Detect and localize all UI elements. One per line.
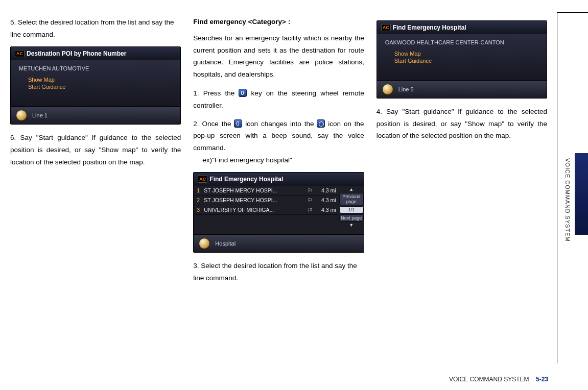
step-2: 2. Once the icon changes into the icon o… — [193, 118, 364, 166]
list-item: 3 UNIVERSITY OF MICHIGA... ⚐ 4.3 mi — [194, 205, 339, 215]
step-3: 3. Select the desired location from the … — [193, 260, 364, 284]
step-number: 2. — [193, 120, 199, 128]
screenshot-title: Find Emergency Hospital — [209, 176, 283, 183]
screenshot-title: Destination POI by Phone Number — [27, 50, 126, 57]
talk-icon — [199, 238, 210, 249]
column-1: 5. Select the desired location from the … — [10, 16, 181, 290]
footer-text: Hospital — [215, 240, 236, 247]
row-index: 2 — [197, 197, 202, 203]
section-intro: Searches for an emergency facility which… — [193, 32, 364, 81]
screenshot-destination-poi: AC Destination POI by Phone Number METUC… — [10, 46, 181, 125]
row-distance: 4.3 mi — [315, 187, 336, 193]
footer-section: VOICE COMMAND SYSTEM — [449, 376, 529, 383]
screenshot-title-bar: AC Find Emergency Hospital — [194, 173, 363, 186]
screenshot-title-bar: AC Destination POI by Phone Number — [11, 47, 180, 60]
screenshot-title: Find Emergency Hospital — [393, 24, 466, 31]
talk-icon — [382, 84, 393, 95]
pager-up-icon: ▲ — [339, 187, 364, 192]
flag-icon: ⚐ — [305, 207, 315, 213]
pager-next: Next page — [339, 214, 364, 222]
voice-listen-icon — [317, 119, 325, 128]
screenshot-footer: Line 1 — [11, 106, 180, 124]
pager-count: 1/1 — [339, 206, 364, 213]
step-4: 4. Say "Start guidance" if guidance to t… — [377, 106, 547, 142]
list-rows: 1 ST JOSEPH MERCY HOSPI... ⚐ 4.3 mi 2 ST… — [194, 186, 339, 234]
row-distance: 4.3 mi — [315, 207, 336, 213]
screenshot-footer: Hospital — [194, 234, 363, 252]
row-name: UNIVERSITY OF MICHIGA... — [202, 207, 305, 213]
step-1: 1. Press the key on the steering wheel r… — [193, 87, 364, 111]
screenshot-title-bar: AC Find Emergency Hospital — [377, 21, 547, 34]
ac-badge: AC — [15, 50, 25, 57]
row-name: ST JOSEPH MERCY HOSPI... — [202, 197, 305, 203]
page-footer: VOICE COMMAND SYSTEM 5-23 — [449, 376, 548, 383]
pager-down-icon: ▼ — [339, 223, 364, 228]
step-number: 3. — [193, 262, 199, 270]
row-index: 1 — [197, 187, 202, 193]
list-item: 1 ST JOSEPH MERCY HOSPI... ⚐ 4.3 mi — [194, 186, 339, 196]
step2-part-b: icon changes into the — [242, 120, 317, 128]
pager: ▲ Previous page 1/1 Next page ▼ — [339, 186, 364, 234]
footer-text: Line 1 — [32, 112, 48, 118]
column-3: AC Find Emergency Hospital OAKWOOD HEALT… — [377, 16, 578, 290]
step2-part-a: Once the — [202, 120, 234, 128]
result-label: OAKWOOD HEALTHCARE CENTER-CANTON — [385, 39, 538, 45]
step-number: 5. — [10, 18, 16, 26]
step2-example: ex)"Find emergency hospital" — [193, 154, 364, 166]
step-number: 6. — [10, 134, 16, 141]
step-text: Select the desired location from the lis… — [10, 18, 174, 38]
screenshot-footer: Line 5 — [377, 80, 547, 98]
screenshot-find-emergency-detail: AC Find Emergency Hospital OAKWOOD HEALT… — [377, 20, 547, 99]
step-text: Select the desired location from the lis… — [193, 262, 357, 282]
option-show-map: Show Map — [394, 51, 538, 57]
step-6: 6. Say "Start guidance" if guidance to t… — [10, 132, 181, 168]
step-number: 4. — [377, 108, 382, 115]
step-number: 1. — [193, 89, 199, 97]
list-item: 2 ST JOSEPH MERCY HOSPI... ⚐ 4.3 mi — [194, 196, 339, 205]
row-distance: 4.3 mi — [315, 197, 336, 203]
ac-badge: AC — [198, 176, 207, 183]
row-index: 3 — [197, 207, 202, 213]
column-2: Find emergency <Category> : Searches for… — [193, 16, 364, 290]
talk-icon — [16, 110, 27, 121]
voice-idle-icon — [234, 119, 242, 128]
section-heading: Find emergency <Category> : — [193, 16, 364, 28]
step-text: Say "Start guidance" if guidance to the … — [10, 134, 181, 165]
page-content: 5. Select the desired location from the … — [0, 0, 588, 300]
ac-badge: AC — [381, 24, 391, 31]
option-start-guidance: Start Guidance — [394, 58, 538, 64]
row-name: ST JOSEPH MERCY HOSPI... — [202, 187, 305, 193]
option-start-guidance: Start Guidance — [28, 84, 172, 90]
list-body: 1 ST JOSEPH MERCY HOSPI... ⚐ 4.3 mi 2 ST… — [194, 186, 363, 234]
flag-icon: ⚐ — [305, 187, 315, 193]
result-label: METUCHEN AUTOMOTIVE — [19, 65, 172, 71]
footer-page-number: 5-23 — [536, 376, 548, 383]
screenshot-find-emergency-list: AC Find Emergency Hospital 1 ST JOSEPH M… — [193, 172, 364, 253]
pager-prev: Previous page — [339, 193, 364, 205]
screenshot-body: OAKWOOD HEALTHCARE CENTER-CANTON Show Ma… — [377, 34, 547, 80]
step-text-before: Press the — [203, 89, 239, 97]
flag-icon: ⚐ — [305, 197, 315, 203]
step-5: 5. Select the desired location from the … — [10, 16, 181, 40]
screenshot-body: METUCHEN AUTOMOTIVE Show Map Start Guida… — [11, 60, 180, 106]
option-show-map: Show Map — [28, 77, 172, 83]
footer-text: Line 5 — [398, 86, 414, 92]
voice-key-icon — [239, 89, 247, 97]
step-text: Say "Start guidance" if guidance to the … — [377, 108, 547, 139]
